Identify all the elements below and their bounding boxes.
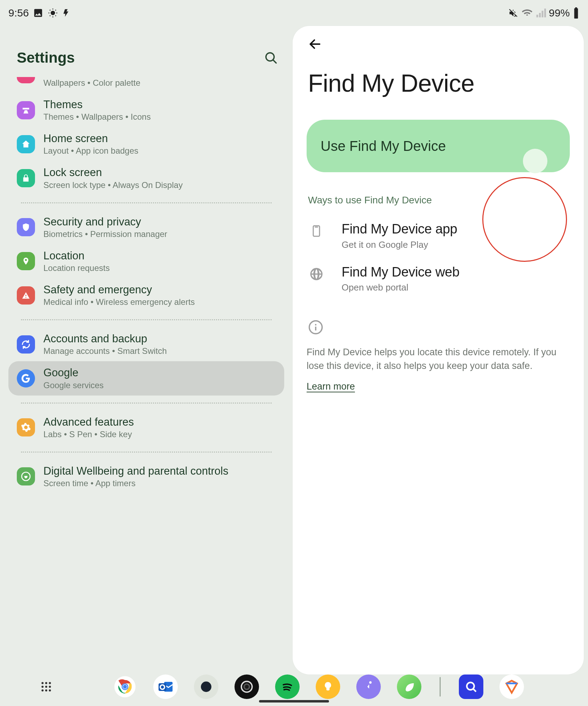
learn-more-link[interactable]: Learn more <box>307 381 355 392</box>
moon-icon <box>199 680 213 694</box>
svg-point-20 <box>49 682 51 684</box>
svg-point-17 <box>315 324 316 326</box>
runner-icon <box>361 679 376 694</box>
spotify-icon <box>279 679 295 695</box>
sidebar-item-home-screen[interactable]: Home screen Layout • App icon badges <box>8 127 284 161</box>
apps-grid-icon <box>40 680 52 693</box>
svg-point-38 <box>467 683 474 690</box>
split-layout: Settings Wallpapers • Color palette <box>0 0 588 706</box>
option-title: Find My Device web <box>342 264 460 280</box>
detail-title: Find My Device <box>308 69 570 97</box>
sidebar-item-title: Safety and emergency <box>43 283 195 296</box>
sidebar-item-location[interactable]: Location Location requests <box>8 244 284 278</box>
sidebar-item-lock-screen[interactable]: Lock screen Screen lock type • Always On… <box>8 161 284 195</box>
location-icon <box>17 252 35 270</box>
info-text: Find My Device helps you locate this dev… <box>307 345 559 373</box>
settings-sidebar: Settings Wallpapers • Color palette <box>0 0 293 706</box>
app-moon[interactable] <box>194 674 218 699</box>
globe-icon <box>308 266 325 282</box>
svg-point-24 <box>42 690 44 692</box>
sidebar-item-title: Digital Wellbeing and parental controls <box>43 464 228 477</box>
svg-point-34 <box>201 681 211 692</box>
app-shortcuts[interactable] <box>499 674 524 699</box>
lock-icon <box>17 169 35 187</box>
search-button[interactable] <box>262 49 279 66</box>
svg-point-22 <box>45 686 47 688</box>
svg-point-23 <box>49 686 51 688</box>
toggle-label: Use Find My Device <box>321 138 446 154</box>
arrow-left-icon <box>308 37 322 51</box>
gear-icon <box>17 418 35 436</box>
app-galaxy-watch[interactable] <box>234 674 259 699</box>
option-fmd-web[interactable]: Find My Device web Open web portal <box>307 257 570 300</box>
detail-panel: Find My Device Use Find My Device Ways t… <box>293 26 584 674</box>
sidebar-item-sub: Medical info • Wireless emergency alerts <box>43 297 195 307</box>
app-chrome[interactable] <box>113 674 137 699</box>
chrome-icon <box>113 675 136 698</box>
option-sub: Get it on Google Play <box>342 239 457 250</box>
app-outlook[interactable] <box>153 674 178 699</box>
sidebar-item-sub: Location requests <box>43 263 110 273</box>
bulb-icon <box>322 679 334 694</box>
app-smartthings[interactable] <box>316 674 340 699</box>
magnify-doc-icon <box>464 679 478 694</box>
sidebar-item-security-privacy[interactable]: Security and privacy Biometrics • Permis… <box>8 210 284 244</box>
sidebar-item-themes[interactable]: Themes Themes • Wallpapers • Icons <box>8 93 284 127</box>
theme-icon <box>17 101 35 119</box>
svg-point-37 <box>369 681 372 684</box>
wellbeing-icon <box>17 467 35 485</box>
sync-icon <box>17 335 35 354</box>
app-samsung-health[interactable] <box>356 674 381 699</box>
sidebar-item-sub: Biometrics • Permission manager <box>43 229 167 239</box>
section-divider <box>21 319 272 320</box>
detail-panel-wrap: Find My Device Use Find My Device Ways t… <box>293 0 588 706</box>
svg-point-30 <box>123 685 127 689</box>
option-fmd-app[interactable]: Find My Device app Get it on Google Play <box>307 214 570 257</box>
app-android-green[interactable] <box>397 674 421 699</box>
sidebar-item-title: Home screen <box>43 132 138 145</box>
svg-line-10 <box>273 60 276 63</box>
svg-point-25 <box>45 690 47 692</box>
watch-icon <box>239 679 255 695</box>
palette-icon <box>17 77 35 83</box>
back-button[interactable] <box>307 36 323 53</box>
search-icon <box>264 51 278 65</box>
warning-icon <box>17 286 35 305</box>
gesture-nav-handle[interactable] <box>259 700 329 702</box>
outlook-icon <box>157 678 174 695</box>
sidebar-item-safety-emergency[interactable]: Safety and emergency Medical info • Wire… <box>8 278 284 312</box>
svg-line-39 <box>474 689 476 692</box>
app-quicklook[interactable] <box>459 674 483 699</box>
section-divider <box>21 452 272 453</box>
sidebar-item-wallpaper-style[interactable]: Wallpapers • Color palette <box>8 77 284 93</box>
google-icon <box>17 369 35 387</box>
app-spotify[interactable] <box>275 674 300 699</box>
sidebar-item-google[interactable]: Google Google services <box>8 361 284 395</box>
sidebar-item-digital-wellbeing[interactable]: Digital Wellbeing and parental controls … <box>8 460 284 494</box>
sidebar-item-title: Accounts and backup <box>43 332 167 345</box>
sidebar-item-title: Lock screen <box>43 166 183 179</box>
sidebar-item-sub: Manage accounts • Smart Switch <box>43 346 167 356</box>
svg-point-36 <box>244 684 249 689</box>
ways-caption: Ways to use Find My Device <box>308 195 570 206</box>
sidebar-item-advanced-features[interactable]: Advanced features Labs • S Pen • Side ke… <box>8 411 284 445</box>
option-title: Find My Device app <box>342 221 457 237</box>
section-divider <box>21 202 272 203</box>
toggle-thumb <box>523 149 547 173</box>
sidebar-item-title: Location <box>43 249 110 262</box>
sidebar-item-title: Google <box>43 366 104 379</box>
sidebar-item-sub: Screen lock type • Always On Display <box>43 180 183 190</box>
leaf-icon <box>402 680 416 694</box>
diamond-icon <box>504 679 520 695</box>
sidebar-item-sub: Screen time • App timers <box>43 478 228 489</box>
svg-point-21 <box>42 686 44 688</box>
svg-point-19 <box>45 682 47 684</box>
svg-point-26 <box>49 690 51 692</box>
sidebar-item-sub: Labs • S Pen • Side key <box>43 429 134 440</box>
sidebar-item-sub: Themes • Wallpapers • Icons <box>43 112 151 122</box>
use-find-my-device-row[interactable]: Use Find My Device <box>307 120 570 172</box>
sidebar-item-accounts-backup[interactable]: Accounts and backup Manage accounts • Sm… <box>8 327 284 361</box>
taskbar-divider <box>440 677 441 697</box>
app-drawer-button[interactable] <box>38 678 55 695</box>
svg-point-18 <box>42 682 44 684</box>
